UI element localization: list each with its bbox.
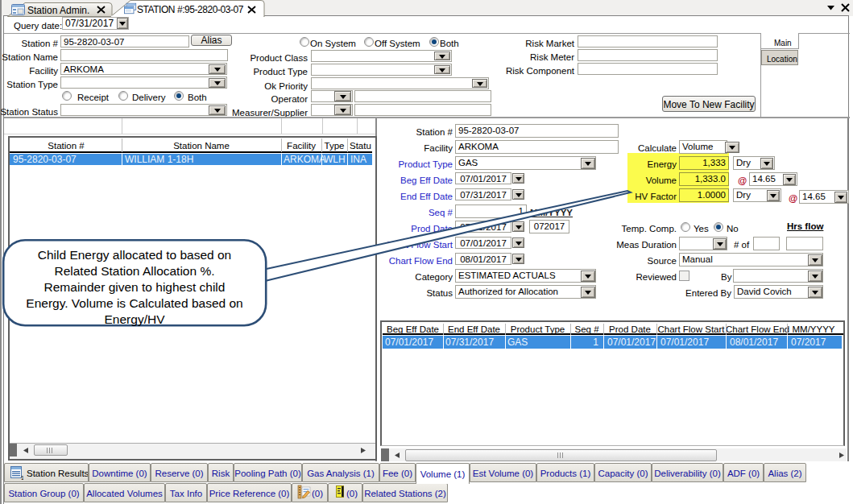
svg-text:1: 1 xyxy=(21,475,23,480)
